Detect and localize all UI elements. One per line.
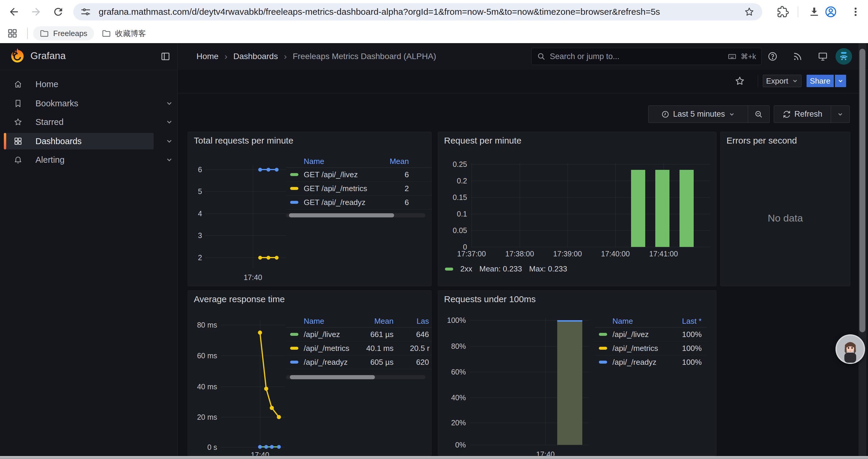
legend-row[interactable]: /api/_/metrics 100% <box>595 341 707 355</box>
site-info-icon[interactable] <box>80 6 91 17</box>
sidebar-item-dashboards[interactable]: Dashboards <box>4 133 154 150</box>
y-tick: 3 <box>188 231 202 240</box>
legend-col-name[interactable]: Name <box>613 315 633 327</box>
url-text[interactable]: grafana.mathmast.com/d/deytv4rwavabkb/fr… <box>99 7 744 17</box>
help-icon[interactable] <box>767 51 778 62</box>
sidebar-item-home[interactable]: Home <box>4 76 154 93</box>
series-name[interactable]: /api/_/readyz <box>304 355 348 369</box>
legend-row[interactable]: /api/_/metrics 40.1 ms 20.5 r <box>286 341 432 355</box>
brand-text[interactable]: Grafana <box>30 50 66 61</box>
series-name[interactable]: GET /api/_/livez <box>304 168 358 182</box>
series-last: 620 <box>416 355 429 369</box>
folder-icon <box>39 29 49 38</box>
sidebar-item-starred[interactable]: Starred <box>4 114 154 130</box>
grafana-logo-icon[interactable] <box>8 47 27 65</box>
news-rss-icon[interactable] <box>793 51 803 62</box>
folder-icon <box>102 29 111 38</box>
reload-icon[interactable] <box>52 6 64 18</box>
legend-col-last[interactable]: Last * <box>682 315 702 327</box>
sidebar-item-alerting[interactable]: Alerting <box>4 152 154 168</box>
screen: grafana.mathmast.com/d/deytv4rwavabkb/fr… <box>0 0 868 459</box>
legend-row[interactable]: /api/_/livez 661 µs 646 <box>286 328 432 341</box>
legend-row[interactable]: GET /api/_/metrics 2 <box>286 182 432 196</box>
page-scrollbar-thumb[interactable] <box>860 49 865 332</box>
profile-icon[interactable] <box>824 5 837 18</box>
panel-errors-per-second[interactable]: Errors per second No data <box>720 132 850 286</box>
legend-col-name[interactable]: Name <box>304 315 324 327</box>
legend-scrollbar[interactable] <box>286 213 426 218</box>
refresh-icon <box>783 110 791 119</box>
y-tick: 20% <box>438 418 466 427</box>
zoom-out-button[interactable] <box>748 106 769 123</box>
series-swatch <box>290 333 299 336</box>
legend-col-last[interactable]: Las <box>416 315 429 327</box>
url-bar[interactable]: grafana.mathmast.com/d/deytv4rwavabkb/fr… <box>73 3 762 21</box>
chevron-down-icon[interactable] <box>165 118 173 126</box>
share-dropdown-button[interactable] <box>834 75 846 87</box>
horizontal-scrollbar[interactable] <box>0 456 868 459</box>
favorite-star-icon[interactable] <box>735 76 745 86</box>
series-name[interactable]: /api/_/metrics <box>304 341 349 355</box>
sidebar-toggle-icon[interactable] <box>160 52 170 61</box>
user-avatar[interactable] <box>836 48 852 65</box>
extensions-icon[interactable] <box>777 6 789 18</box>
grafana-app: Grafana Home › Dashboards › Freeleaps Me… <box>0 43 868 456</box>
series-last: 100% <box>682 355 702 369</box>
legend-col-mean[interactable]: Mean <box>374 315 394 327</box>
refresh-button[interactable]: Refresh <box>774 106 831 123</box>
series-name[interactable]: /api/_/livez <box>613 328 649 341</box>
legend-scrollbar[interactable] <box>286 375 426 379</box>
search-placeholder: Search or jump to... <box>550 52 723 61</box>
bookmark-folder-blogs[interactable]: 收藏博客 <box>95 26 152 40</box>
refresh-group: Refresh <box>774 105 850 123</box>
active-indicator <box>4 133 6 150</box>
forward-icon[interactable] <box>30 6 42 18</box>
sidebar-item-label: Starred <box>35 114 64 130</box>
chevron-down-icon[interactable] <box>165 137 173 145</box>
bookmark-star-icon[interactable] <box>744 6 754 17</box>
breadcrumb-home[interactable]: Home <box>196 52 219 61</box>
y-tick: 0.1 <box>438 209 467 218</box>
legend-col-mean[interactable]: Mean <box>390 155 409 167</box>
search-input[interactable]: Search or jump to... ⌘+k <box>531 48 762 65</box>
legend-row[interactable]: /api/_/readyz 605 µs 620 <box>286 355 432 369</box>
series-max: Max: 0.233 <box>529 264 567 273</box>
chevron-down-icon[interactable] <box>165 156 173 164</box>
bell-icon <box>13 155 23 164</box>
panel-total-requests[interactable]: Total requests per minute 6 5 4 3 2 17:4… <box>188 132 432 286</box>
y-tick: 2 <box>188 253 202 262</box>
chevron-down-icon[interactable] <box>165 100 173 107</box>
time-range-button[interactable]: Last 5 minutes <box>649 106 748 123</box>
sidebar-item-bookmarks[interactable]: Bookmarks <box>4 95 154 112</box>
monitor-icon[interactable] <box>817 51 828 62</box>
bookmark-folder-freeleaps[interactable]: Freeleaps <box>33 26 94 40</box>
legend-row[interactable]: GET /api/_/livez 6 <box>286 168 432 182</box>
back-icon[interactable] <box>8 6 20 18</box>
menu-kebab-icon[interactable] <box>850 6 862 18</box>
page-scrollbar[interactable] <box>859 43 866 456</box>
series-name[interactable]: /api/_/readyz <box>613 355 656 369</box>
x-tick: 17:40 <box>531 450 560 456</box>
series-name[interactable]: 2xx <box>460 264 472 273</box>
breadcrumb-dashboards[interactable]: Dashboards <box>234 52 278 61</box>
apps-grid-icon[interactable] <box>7 28 18 39</box>
refresh-interval-button[interactable] <box>831 106 849 123</box>
legend-row[interactable]: /api/_/livez 100% <box>595 328 707 341</box>
legend-row[interactable]: GET /api/_/readyz 6 <box>286 196 432 209</box>
series-name[interactable]: /api/_/metrics <box>613 341 658 355</box>
export-button[interactable]: Export <box>763 75 802 87</box>
series-name[interactable]: /api/_/livez <box>304 328 340 341</box>
panel-avg-response-time[interactable]: Average response time 80 ms 60 ms 40 ms … <box>188 290 432 456</box>
downloads-icon[interactable] <box>808 6 820 18</box>
legend-row[interactable]: /api/_/readyz 100% <box>595 355 707 369</box>
series-name[interactable]: GET /api/_/metrics <box>304 182 367 195</box>
chevron-down-icon <box>837 78 844 84</box>
series-swatch <box>290 347 299 350</box>
panel-under-100ms[interactable]: Requests under 100ms 100% 80% 60% 40% 20… <box>438 290 716 456</box>
zoom-out-icon <box>754 110 763 119</box>
share-button[interactable]: Share <box>807 75 834 87</box>
legend-col-name[interactable]: Name <box>304 155 324 167</box>
panel-request-per-minute[interactable]: Request per minute 0.25 0.2 0.15 0.1 0.0… <box>438 132 716 286</box>
series-name[interactable]: GET /api/_/readyz <box>304 196 366 209</box>
assistant-avatar[interactable] <box>836 334 865 364</box>
